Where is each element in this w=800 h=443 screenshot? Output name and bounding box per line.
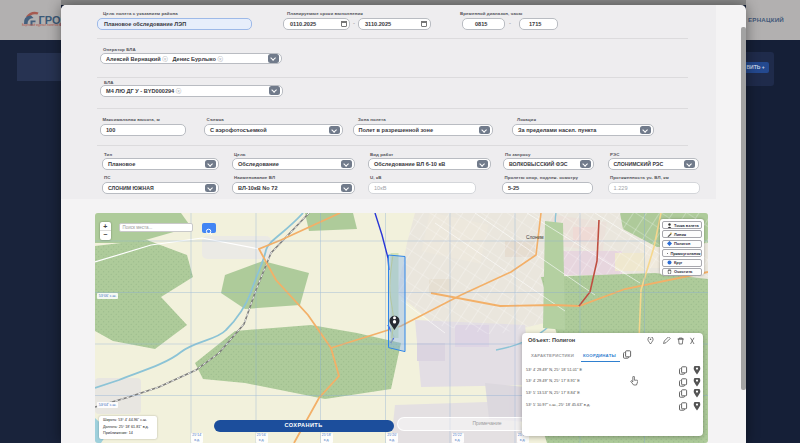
svg-text:Слоним: Слоним	[526, 235, 544, 240]
